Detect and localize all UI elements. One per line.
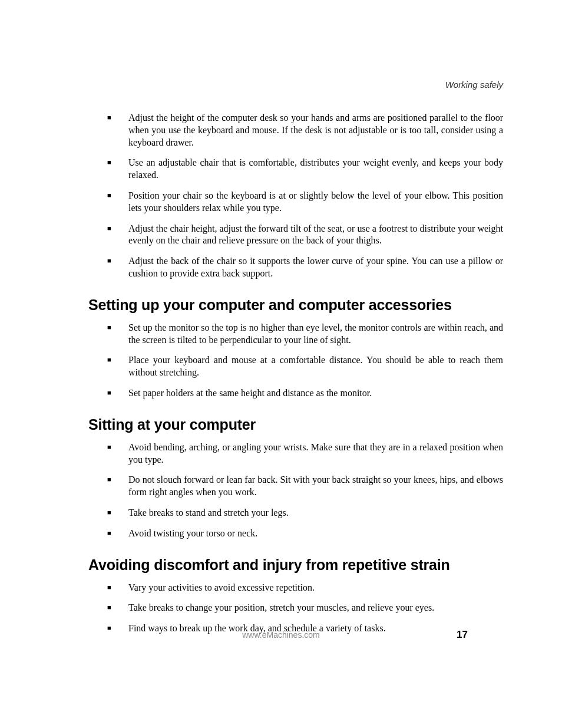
section-1: Setting up your computer and computer ac… <box>88 297 503 400</box>
footer-url: www.eMachines.com <box>242 630 320 640</box>
section-2: Sitting at your computer Avoid bending, … <box>88 416 503 540</box>
list-item: Set paper holders at the same height and… <box>107 387 503 400</box>
section-0: Adjust the height of the computer desk s… <box>88 112 503 280</box>
page-footer: www.eMachines.com 17 <box>0 630 562 640</box>
list-item: Place your keyboard and mouse at a comfo… <box>107 354 503 379</box>
header-section-label: Working safely <box>88 80 503 90</box>
bullet-list-1: Set up the monitor so the top is no high… <box>88 322 503 400</box>
section-heading-setup: Setting up your computer and computer ac… <box>88 297 503 314</box>
list-item: Adjust the back of the chair so it suppo… <box>107 255 503 280</box>
bullet-list-3: Vary your activities to avoid excessive … <box>88 582 503 635</box>
bullet-list-2: Avoid bending, arching, or angling your … <box>88 442 503 540</box>
section-heading-sitting: Sitting at your computer <box>88 416 503 433</box>
bullet-list-0: Adjust the height of the computer desk s… <box>88 112 503 280</box>
list-item: Adjust the chair height, adjust the forw… <box>107 223 503 248</box>
section-3: Avoiding discomfort and injury from repe… <box>88 556 503 635</box>
list-item: Use an adjustable chair that is comforta… <box>107 157 503 182</box>
list-item: Do not slouch forward or lean far back. … <box>107 474 503 499</box>
document-page: Working safely Adjust the height of the … <box>0 0 562 635</box>
section-heading-avoiding: Avoiding discomfort and injury from repe… <box>88 556 503 574</box>
page-number: 17 <box>457 629 468 641</box>
list-item: Avoid bending, arching, or angling your … <box>107 442 503 466</box>
list-item: Position your chair so the keyboard is a… <box>107 190 503 215</box>
list-item: Vary your activities to avoid excessive … <box>107 582 503 594</box>
list-item: Set up the monitor so the top is no high… <box>107 322 503 347</box>
list-item: Take breaks to change your position, str… <box>107 602 503 614</box>
list-item: Take breaks to stand and stretch your le… <box>107 507 503 519</box>
list-item: Avoid twisting your torso or neck. <box>107 528 503 540</box>
list-item: Adjust the height of the computer desk s… <box>107 112 503 149</box>
